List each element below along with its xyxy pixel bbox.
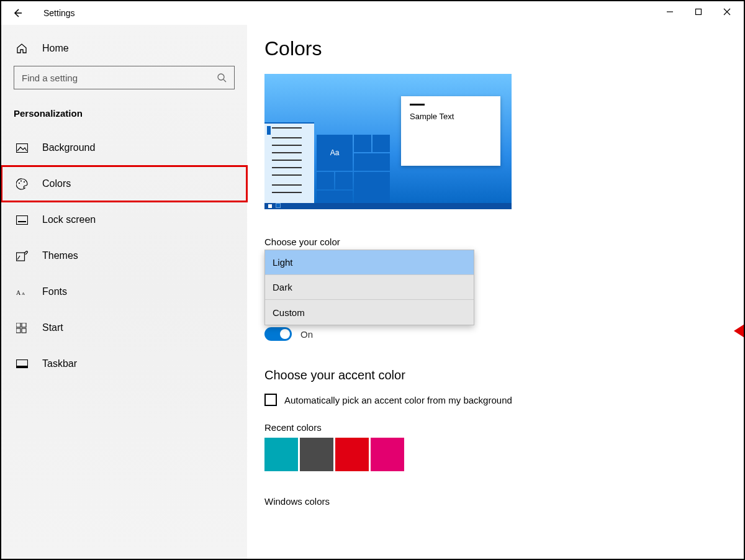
color-mode-dropdown[interactable]: Light Dark Custom [264,250,474,325]
preview-tile-aa: Aa [317,135,353,171]
start-icon [16,323,29,333]
palette-icon [16,178,29,190]
nav-label: Start [42,322,63,333]
checkbox-unchecked-icon[interactable] [264,394,277,406]
minimize-button[interactable] [656,1,684,22]
close-icon [723,8,731,16]
svg-point-1 [218,74,224,80]
svg-rect-6 [17,215,28,224]
nav-label: Taskbar [42,358,77,369]
nav-colors[interactable]: Colors [1,166,247,202]
page-title: Colors [264,37,744,60]
arrow-left-icon [734,297,745,365]
auto-pick-checkbox-row[interactable]: Automatically pick an accent color from … [264,394,744,406]
nav-fonts[interactable]: AA Fonts [1,274,247,310]
recent-color-swatch[interactable] [371,438,404,471]
nav-background[interactable]: Background [1,130,247,166]
windows-colors-label: Windows colors [264,496,744,507]
choose-color-label: Choose your color [264,237,744,247]
close-button[interactable] [713,1,741,22]
recent-color-swatch[interactable] [264,438,298,471]
category-header: Personalization [1,102,247,130]
search-input[interactable]: Find a setting [14,66,235,89]
svg-rect-2 [17,143,28,152]
svg-rect-12 [22,323,26,327]
nav-themes[interactable]: Themes [1,238,247,274]
minimize-icon [666,8,674,16]
svg-text:A: A [22,291,25,296]
sidebar: Home Find a setting Personalization Back… [1,25,247,559]
recent-color-swatch[interactable] [335,438,369,471]
recent-color-swatch[interactable] [300,438,333,471]
search-icon [217,73,227,83]
svg-rect-13 [16,328,20,333]
toggle-state: On [300,329,313,340]
nav-label: Lock screen [42,214,96,225]
annotation-arrow [734,297,745,365]
titlebar: Settings [1,1,744,25]
nav-start[interactable]: Start [1,310,247,346]
recent-colors-label: Recent colors [264,422,744,433]
nav-lockscreen[interactable]: Lock screen [1,202,247,238]
nav-label: Themes [42,250,78,261]
home-label: Home [42,43,69,54]
window-controls [656,1,741,22]
back-button[interactable] [10,6,25,20]
preview-sample-window: Sample Text [401,96,500,166]
preview-start-list [264,122,314,209]
fonts-icon: AA [16,287,29,297]
color-option-dark[interactable]: Dark [265,275,474,300]
accent-color-heading: Choose your accent color [264,368,744,382]
color-preview: Sample Text Aa [264,74,512,209]
svg-point-4 [20,180,22,181]
svg-point-5 [24,181,25,182]
transparency-toggle-partial[interactable]: On [264,327,744,341]
maximize-button[interactable] [684,1,713,22]
sample-text: Sample Text [410,112,454,121]
arrow-left-icon [12,7,23,19]
svg-rect-16 [17,366,27,368]
auto-pick-label: Automatically pick an accent color from … [284,395,512,405]
color-option-light[interactable]: Light [265,250,474,275]
home-icon [16,43,29,54]
content-area: Colors Sample Text Aa [247,25,744,559]
svg-rect-11 [16,323,20,327]
svg-rect-14 [22,328,26,333]
lockscreen-icon [16,215,29,225]
maximize-icon [695,8,702,16]
search-placeholder: Find a setting [22,73,217,83]
taskbar-icon [16,359,29,368]
preview-tiles: Aa [317,135,391,209]
nav-label: Colors [42,178,71,189]
svg-text:A: A [16,289,21,296]
nav-label: Background [42,142,95,153]
nav-taskbar[interactable]: Taskbar [1,346,247,382]
svg-point-3 [19,182,20,183]
picture-icon [16,143,29,153]
svg-rect-0 [696,9,702,15]
nav-label: Fonts [42,286,67,297]
themes-icon [16,251,29,261]
color-option-custom[interactable]: Custom [265,300,474,325]
svg-rect-7 [18,221,26,222]
toggle-switch[interactable] [264,327,292,341]
home-nav[interactable]: Home [1,31,247,66]
recent-colors [264,438,744,471]
window-title: Settings [43,8,75,18]
